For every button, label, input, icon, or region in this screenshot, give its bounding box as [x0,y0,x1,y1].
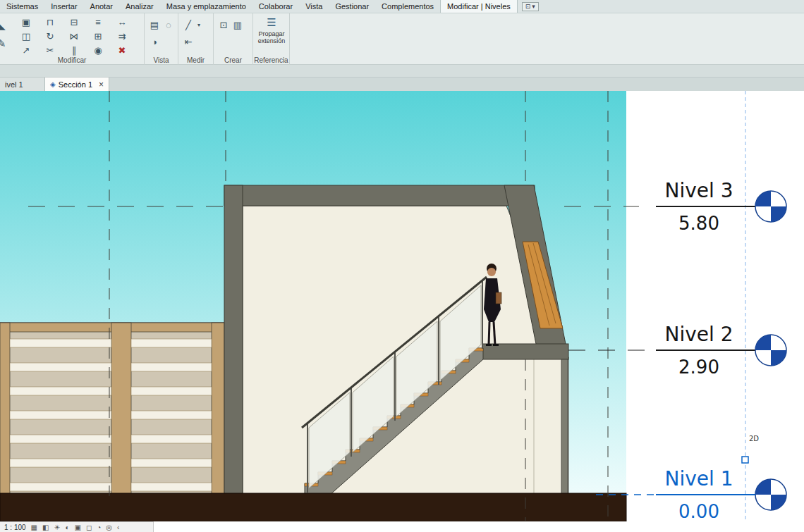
panel-label-referencia[interactable]: Referencia [253,56,289,64]
level-2-name[interactable]: Nivel 2 [664,323,733,346]
shelf[interactable] [131,387,212,395]
ribbon-tab-modificar-niveles[interactable]: Modificar | Niveles [440,0,518,13]
copy-icon[interactable]: ◫ [14,29,38,43]
shelf[interactable] [10,483,111,491]
shelf[interactable] [10,339,111,347]
measure-dropdown-caret-icon[interactable]: ▾ [195,16,202,33]
mirror-icon[interactable]: ⋈ [62,29,86,43]
hidden-lines-icon[interactable]: ◌ [162,16,176,33]
pin-icon[interactable]: ◉ [86,43,110,57]
crop-view-icon[interactable]: ▣ [75,524,81,531]
shelving-post[interactable] [212,323,224,495]
building-section[interactable] [224,185,568,495]
delete-icon[interactable]: ✖ [110,43,134,57]
thin-lines-icon[interactable]: ▤ [147,16,162,33]
shelving-post[interactable] [0,323,10,495]
move-icon[interactable]: ↔ [110,15,134,29]
paste-icon[interactable]: ▣ [14,15,38,29]
measure-icon[interactable]: ╱ [181,16,195,33]
level-1-name-selected[interactable]: Nivel 1 [664,467,733,490]
extent-2d-tag[interactable]: 2D [749,435,759,443]
sun-path-icon[interactable]: ☀ [54,524,61,531]
propagate-extents-label-2: extensión [258,37,286,44]
roof-slab[interactable] [224,185,535,206]
rotate-icon[interactable]: ↻ [38,29,62,43]
shelf[interactable] [131,435,212,443]
level-2-elevation[interactable]: 2.90 [678,357,719,378]
shelf[interactable] [10,435,111,443]
shelving-post[interactable] [111,323,131,495]
show-crop-icon[interactable]: ◻ [86,524,92,531]
ribbon-tab-vista[interactable]: Vista [299,0,329,13]
shelf[interactable] [131,483,212,491]
level-3-datum-head[interactable] [755,191,786,222]
revit-window: Sistemas Insertar Anotar Analizar Masa y… [0,0,804,532]
join-icon[interactable]: ⊓ [38,15,62,29]
scale-icon[interactable]: ↗ [14,43,38,57]
ribbon-tab-analizar[interactable]: Analizar [119,0,160,13]
edit-icon[interactable]: ✎ [0,35,10,53]
panel-label-crear[interactable]: Crear [214,56,252,64]
section-canvas[interactable]: 2D Nivel 3 5.80 Nivel 2 2.90 Nivel 1 0.0… [0,91,804,521]
collapse-icon[interactable]: ‹ [117,524,119,531]
offset-icon[interactable]: ⇉ [110,29,134,43]
view-tab-seccion-1[interactable]: ◈ Sección 1 × [45,78,109,91]
align-icon[interactable]: ≡ [86,15,110,29]
ribbon-tab-insertar[interactable]: Insertar [44,0,83,13]
legend-icon[interactable]: ▥ [231,16,245,33]
close-icon[interactable]: × [99,80,104,89]
cut-geometry-icon[interactable]: ⊟ [62,15,86,29]
panel-label-modificar[interactable]: Modificar [0,56,144,64]
view-control-bar: 1 : 100 ▦ ◧ ☀ ◐ ▣ ◻ ◔ ◎ ‹ [0,521,154,532]
right-wall[interactable] [561,359,568,495]
level-2-datum-head[interactable] [755,335,786,366]
panel-referencia: ☰ Propagar extensión Referencia [253,13,290,65]
shelf[interactable] [10,363,111,371]
ground[interactable] [0,493,626,521]
person-leg [494,322,495,345]
panel-label-vista[interactable]: Vista [145,56,178,64]
array-icon[interactable]: ⊞ [86,29,110,43]
shelf[interactable] [10,387,111,395]
ribbon-tab-complementos[interactable]: Complementos [375,0,440,13]
level-1-elevation-selected[interactable]: 0.00 [678,501,719,521]
shelf[interactable] [131,411,212,419]
extent-drag-handle[interactable] [742,457,748,463]
visual-style-icon[interactable]: ◧ [42,524,49,531]
shelving-unit[interactable] [0,323,224,495]
level-1-datum-head[interactable] [755,479,786,510]
level-3-elevation[interactable]: 5.80 [678,213,719,234]
shelf[interactable] [131,339,212,347]
shelf[interactable] [131,363,212,371]
ribbon-tab-sistemas[interactable]: Sistemas [0,0,44,13]
select-icon[interactable]: ◣ [0,16,10,35]
view-tab-seccion-1-label: Sección 1 [59,80,92,89]
view-tab-nivel-1[interactable]: ivel 1 [0,78,45,91]
split-icon[interactable]: ∥ [62,43,86,57]
propagate-extents-button[interactable]: ☰ Propagar extensión [255,15,288,44]
cut-profile-icon[interactable]: ◑ [147,33,162,50]
person-head [487,268,496,276]
dimension-icon[interactable]: ⇤ [181,33,195,50]
trim-icon[interactable]: ✂ [38,43,62,57]
reveal-hidden-icon[interactable]: ◎ [106,524,112,531]
temporary-hide-icon[interactable]: ◔ [97,524,101,531]
shelf[interactable] [10,411,111,419]
landing-slab[interactable] [482,344,568,359]
shelf[interactable] [10,459,111,467]
shadows-icon[interactable]: ◐ [65,524,69,531]
section-view-icon: ◈ [50,80,56,88]
detail-level-icon[interactable]: ▦ [31,524,37,531]
crear-tool-grid: ⊡ ▥ [217,16,248,33]
shelf[interactable] [131,459,212,467]
scale-label[interactable]: 1 : 100 [4,524,26,531]
left-wall[interactable] [224,185,243,495]
ribbon-tab-anotar[interactable]: Anotar [84,0,119,13]
create-similar-icon[interactable]: ⊡ [217,16,231,33]
panel-label-medir[interactable]: Medir [178,56,213,64]
level-3-name[interactable]: Nivel 3 [664,179,733,202]
ribbon-display-toggle[interactable]: ⊡ ▾ [522,2,539,11]
ribbon-tab-colaborar[interactable]: Colaborar [252,0,299,13]
ribbon-tab-masa-emplazamiento[interactable]: Masa y emplazamiento [160,0,252,13]
ribbon-tab-gestionar[interactable]: Gestionar [329,0,375,13]
